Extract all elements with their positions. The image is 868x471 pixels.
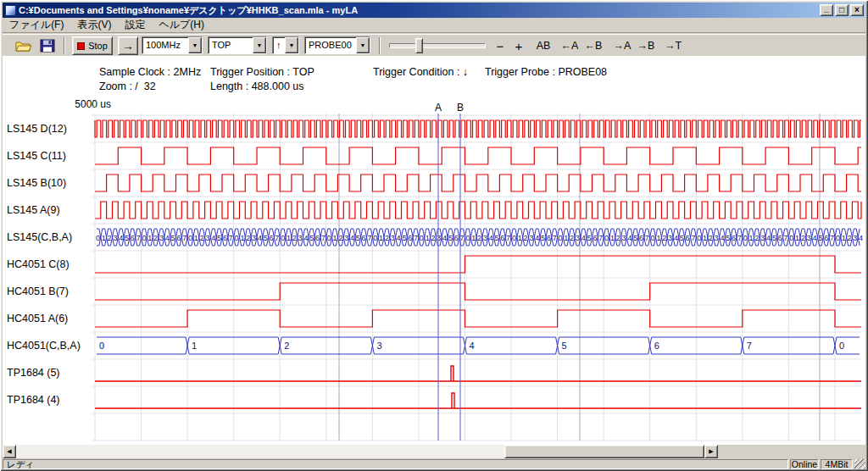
sample-clock-value: 100MHz xyxy=(142,37,188,53)
app-window: C:¥Documents and Settings¥noname¥デスクトップ¥… xyxy=(0,0,868,471)
menu-item-view[interactable]: 表示(V) xyxy=(70,17,118,33)
zoom-in-button[interactable]: + xyxy=(511,36,526,55)
window-title: C:¥Documents and Settings¥noname¥デスクトップ¥… xyxy=(19,4,818,17)
app-icon xyxy=(5,5,16,16)
trigger-condition-info: Trigger Condition : ↓ xyxy=(373,66,468,78)
stop-label: Stop xyxy=(88,41,108,51)
scrollbar-thumb[interactable] xyxy=(504,445,704,458)
goto-a-left-button[interactable]: ←A xyxy=(559,36,581,55)
toolbar: Stop → 100MHz ▼ TOP ▼ ↑ ▼ PROBE00 ▼ − + … xyxy=(3,34,865,56)
maximize-button[interactable]: □ xyxy=(835,4,849,16)
horizontal-scrollbar[interactable]: ◀ ▶ xyxy=(3,445,718,458)
probe-select[interactable]: PROBE00 ▼ xyxy=(304,36,370,54)
goto-b-left-button[interactable]: ←B xyxy=(582,36,604,55)
menu-item-file[interactable]: ファイル(F) xyxy=(3,17,70,33)
sample-clock-select[interactable]: 100MHz ▼ xyxy=(142,36,203,54)
ab-cursors-button[interactable]: AB xyxy=(531,36,555,55)
floppy-save-icon xyxy=(40,39,55,53)
stop-icon xyxy=(77,42,85,50)
length-info: Length : 488.000 us xyxy=(210,80,304,92)
scroll-left-button[interactable]: ◀ xyxy=(3,445,16,458)
zoom-info: Zoom : / 32 xyxy=(99,80,156,92)
menu-item-settings[interactable]: 設定 xyxy=(118,17,152,33)
trigger-position-select[interactable]: TOP ▼ xyxy=(208,36,267,54)
probe-value: PROBE00 xyxy=(305,37,356,53)
toolbar-separator xyxy=(379,37,381,54)
waveform-panel xyxy=(3,56,865,445)
folder-open-icon xyxy=(15,39,32,53)
titlebar[interactable]: C:¥Documents and Settings¥noname¥デスクトップ¥… xyxy=(3,3,865,18)
toolbar-separator xyxy=(64,37,65,54)
resize-grip[interactable] xyxy=(854,459,865,469)
chevron-down-icon[interactable]: ▼ xyxy=(356,37,370,53)
slider-thumb[interactable] xyxy=(415,38,423,53)
trigger-position-info: Trigger Position : TOP xyxy=(210,66,314,78)
trigger-edge-value: ↑ xyxy=(273,37,285,53)
trigger-position-value: TOP xyxy=(209,37,253,53)
memory-status: 4MBit xyxy=(821,459,853,469)
chevron-down-icon[interactable]: ▼ xyxy=(285,37,298,53)
menubar: ファイル(F) 表示(V) 設定 ヘルプ(H) xyxy=(3,18,865,33)
position-slider[interactable] xyxy=(389,43,486,48)
goto-b-right-button[interactable]: →B xyxy=(635,36,657,55)
open-button[interactable] xyxy=(13,36,35,55)
goto-trigger-button[interactable]: →T xyxy=(662,36,684,55)
menu-item-help[interactable]: ヘルプ(H) xyxy=(152,17,211,33)
sample-clock-info: Sample Clock : 2MHz xyxy=(99,66,201,78)
save-button[interactable] xyxy=(36,36,58,55)
chevron-down-icon[interactable]: ▼ xyxy=(188,37,202,53)
stop-button[interactable]: Stop xyxy=(72,36,113,55)
status-message: レディ xyxy=(3,459,788,469)
scroll-right-button[interactable]: ▶ xyxy=(704,445,718,458)
close-button[interactable]: × xyxy=(850,4,864,16)
online-status: Online xyxy=(790,459,819,469)
chevron-down-icon[interactable]: ▼ xyxy=(253,37,266,53)
trigger-probe-info: Trigger Probe : PROBE08 xyxy=(485,66,607,78)
goto-a-right-button[interactable]: →A xyxy=(611,36,633,55)
run-button[interactable]: → xyxy=(118,36,138,55)
statusbar: レディ Online 4MBit xyxy=(3,459,865,469)
trigger-edge-select[interactable]: ↑ ▼ xyxy=(272,36,299,54)
scroll-left-icon: ◀ xyxy=(7,448,11,455)
minimize-button[interactable]: _ xyxy=(820,4,833,16)
scroll-right-icon: ▶ xyxy=(709,448,713,455)
zoom-out-button[interactable]: − xyxy=(492,36,508,55)
run-arrow-icon: → xyxy=(122,39,134,53)
